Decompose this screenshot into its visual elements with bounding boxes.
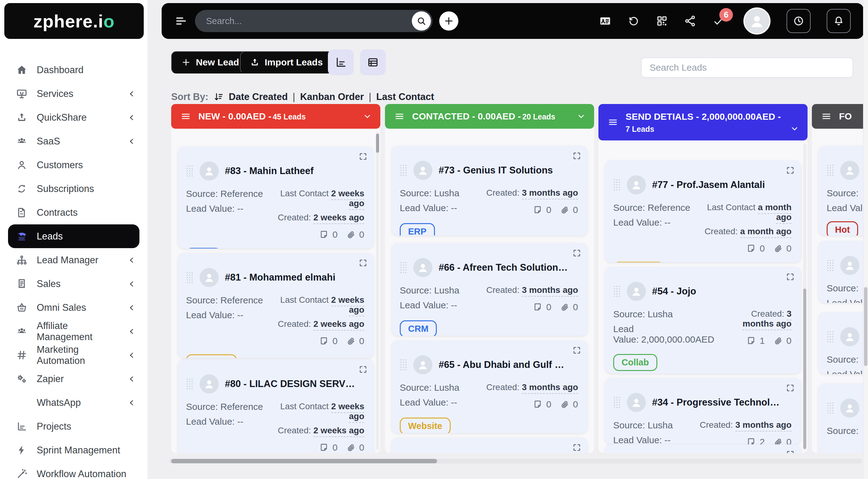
- lead-tag[interactable]: ERP: [186, 248, 221, 248]
- lead-title[interactable]: #83 - Mahin Latheef: [225, 166, 314, 177]
- sort-option-kanban-order[interactable]: Kanban Order: [300, 91, 364, 102]
- page-scrollbar-thumb[interactable]: [864, 287, 867, 366]
- column-header-new[interactable]: NEW - 0.00AED - 45 Leads: [171, 104, 380, 129]
- lead-tag[interactable]: CRM: [400, 320, 437, 336]
- drag-handle-icon[interactable]: [186, 165, 193, 177]
- lead-title[interactable]: #73 - Genius IT Solutions: [439, 165, 553, 176]
- expand-icon[interactable]: [359, 152, 367, 161]
- expand-icon[interactable]: [359, 259, 367, 267]
- lead-tag[interactable]: Collab: [613, 354, 657, 371]
- expand-icon[interactable]: [786, 272, 795, 281]
- column-scrollbar-thumb[interactable]: [803, 289, 806, 449]
- global-search-input[interactable]: [206, 10, 403, 32]
- lead-card-partial[interactable]: Source:: [819, 384, 868, 453]
- lead-title[interactable]: #66 - Afreen Tech Solutions & Ma...: [439, 262, 569, 273]
- lead-tag[interactable]: Website: [186, 354, 237, 358]
- lead-card[interactable]: #73 - Genius IT Solutions Source:Lusha L…: [392, 146, 587, 236]
- add-new-button[interactable]: [439, 11, 458, 31]
- lead-card[interactable]: #34 - Progressive Technology an... Sourc…: [605, 378, 801, 444]
- lead-title[interactable]: #80 - LILAC DESIGN SERVICES: [225, 379, 355, 389]
- drag-handle-icon[interactable]: [613, 179, 621, 191]
- clock-button[interactable]: [786, 9, 811, 33]
- expand-icon[interactable]: [572, 443, 581, 452]
- search-button[interactable]: [412, 11, 431, 31]
- lead-card[interactable]: #80 - LILAC DESIGN SERVICES Source:Refer…: [178, 360, 374, 453]
- menu-toggle-icon[interactable]: [175, 14, 188, 27]
- lead-tag[interactable]: Website: [613, 262, 664, 262]
- expand-icon[interactable]: [572, 346, 581, 355]
- lead-tag[interactable]: ERP: [400, 223, 435, 236]
- column-drag-icon[interactable]: [608, 117, 618, 127]
- chevron-down-icon[interactable]: [576, 112, 586, 121]
- drag-handle-icon[interactable]: [827, 402, 834, 414]
- new-lead-button[interactable]: New Lead: [171, 51, 249, 73]
- drag-handle-icon[interactable]: [400, 359, 407, 371]
- lead-card[interactable]: #66 - Afreen Tech Solutions & Ma... Sour…: [392, 243, 587, 336]
- lead-title[interactable]: #81 - Mohammed elmahi: [225, 272, 335, 283]
- lead-card-partial[interactable]: [605, 444, 801, 453]
- sidebar-item-subscriptions[interactable]: Subscriptions: [0, 177, 148, 201]
- lead-card[interactable]: Source: Lead Value:: [819, 241, 868, 303]
- horizontal-scrollbar-thumb[interactable]: [171, 459, 437, 463]
- sidebar-item-contracts[interactable]: Contracts: [0, 201, 148, 224]
- share-icon[interactable]: [684, 15, 696, 27]
- column-header-follow[interactable]: FO: [812, 104, 868, 129]
- sidebar-item-zapier[interactable]: Zapier: [0, 367, 148, 391]
- drag-handle-icon[interactable]: [827, 331, 834, 343]
- expand-icon[interactable]: [786, 450, 795, 453]
- lead-card[interactable]: Source: Lead Value: Hot: [819, 146, 868, 236]
- sidebar-item-customers[interactable]: Customers: [0, 153, 148, 177]
- drag-handle-icon[interactable]: [186, 378, 193, 390]
- column-drag-icon[interactable]: [394, 111, 405, 122]
- contact-card-icon[interactable]: [599, 15, 611, 27]
- sidebar-item-projects[interactable]: Projects: [0, 415, 148, 438]
- sidebar-item-affiliate-management[interactable]: Affiliate Management: [0, 320, 148, 343]
- column-scrollbar-track[interactable]: [376, 132, 379, 450]
- page-scrollbar-track[interactable]: [863, 0, 868, 479]
- expand-icon[interactable]: [786, 384, 795, 392]
- drag-handle-icon[interactable]: [613, 396, 621, 409]
- lead-title[interactable]: #77 - Prof.Jasem Alantali: [652, 179, 765, 190]
- sidebar-item-lead-manager[interactable]: Lead Manager: [0, 248, 148, 272]
- sidebar-item-leads[interactable]: Leads: [8, 224, 140, 248]
- lead-tag[interactable]: Website: [400, 418, 451, 433]
- sidebar-item-workflow-automation[interactable]: Workflow Automation: [0, 462, 148, 479]
- lead-card[interactable]: Source: Lead Value:: [819, 312, 868, 374]
- drag-handle-icon[interactable]: [827, 164, 834, 177]
- sidebar-item-sprint-management[interactable]: Sprint Management: [0, 438, 148, 462]
- column-drag-icon[interactable]: [181, 111, 191, 122]
- sidebar-item-dashboard[interactable]: Dashboard: [0, 58, 148, 82]
- table-view-toggle[interactable]: [360, 49, 386, 75]
- drag-handle-icon[interactable]: [400, 262, 407, 274]
- expand-icon[interactable]: [572, 152, 581, 160]
- lead-title[interactable]: #54 - Jojo: [652, 286, 696, 297]
- sidebar-item-whatsapp[interactable]: WhatsApp: [0, 391, 148, 415]
- lead-title[interactable]: #34 - Progressive Technology an...: [652, 397, 782, 408]
- lead-card[interactable]: #81 - Mohammed elmahi Source:Reference L…: [178, 253, 374, 358]
- column-scrollbar-thumb[interactable]: [376, 133, 379, 153]
- column-drag-icon[interactable]: [821, 111, 832, 122]
- drag-handle-icon[interactable]: [827, 259, 834, 272]
- expand-icon[interactable]: [572, 249, 581, 258]
- sidebar-item-omni-sales[interactable]: Omni Sales: [0, 296, 148, 320]
- sidebar-item-quickshare[interactable]: QuickShare: [0, 106, 148, 129]
- lead-card-partial[interactable]: [392, 438, 587, 453]
- column-header-contacted[interactable]: CONTACTED - 0.00AED - 20 Leads: [385, 104, 594, 129]
- drag-handle-icon[interactable]: [186, 271, 193, 283]
- lead-title[interactable]: #65 - Abu Dhabi and Gulf Compu...: [439, 359, 569, 370]
- drag-handle-icon[interactable]: [613, 285, 621, 298]
- tasks-check[interactable]: 6: [713, 15, 725, 27]
- qr-code-icon[interactable]: [656, 15, 668, 27]
- lead-tag[interactable]: Hot: [827, 221, 858, 236]
- chart-view-toggle[interactable]: [328, 49, 354, 75]
- horizontal-scrollbar-track[interactable]: [169, 459, 862, 463]
- column-header-send-details[interactable]: SEND DETIALS - 2,000,000.00AED - 7 Leads: [598, 104, 808, 141]
- sort-option-date-created[interactable]: Date Created: [229, 91, 288, 102]
- chevron-down-icon[interactable]: [789, 124, 800, 133]
- chevron-down-icon[interactable]: [363, 112, 372, 121]
- drag-handle-icon[interactable]: [400, 164, 407, 177]
- sort-option-last-contact[interactable]: Last Contact: [376, 91, 434, 102]
- notifications-button[interactable]: [827, 9, 851, 33]
- sidebar-item-saas[interactable]: SaaS: [0, 129, 148, 153]
- user-avatar[interactable]: [743, 7, 771, 35]
